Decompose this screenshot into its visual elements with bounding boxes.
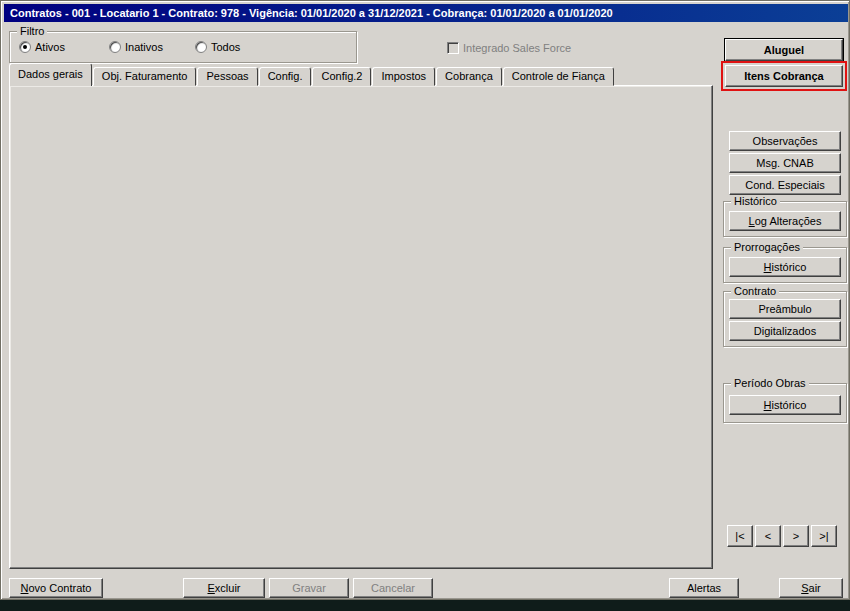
screen: Contratos - 001 - Locatario 1 - Contrato… [0, 0, 850, 611]
nav-prev-button[interactable]: < [755, 525, 781, 547]
tab-pessoas[interactable]: Pessoas [197, 67, 257, 86]
excluir-button[interactable]: Excluir [183, 578, 265, 598]
log-alteracoes-button[interactable]: Log Alterações [729, 211, 841, 231]
window-title: Contratos - 001 - Locatario 1 - Contrato… [10, 7, 613, 19]
alertas-button[interactable]: Alertas [669, 578, 739, 598]
nav-next-button[interactable]: > [783, 525, 809, 547]
gravar-button: Gravar [269, 578, 349, 598]
tab-config[interactable]: Config. [259, 67, 312, 86]
filter-group-legend: Filtro [17, 25, 47, 38]
tab-impostos[interactable]: Impostos [372, 67, 435, 86]
digitalizados-button[interactable]: Digitalizados [729, 321, 841, 341]
observacoes-button[interactable]: Observações [729, 131, 841, 151]
contratos-window: Contratos - 001 - Locatario 1 - Contrato… [0, 0, 850, 600]
tab-bar: Dados gerais Obj. Faturamento Pessoas Co… [9, 63, 615, 86]
radio-ativos[interactable] [19, 41, 31, 53]
novo-contrato-button[interactable]: Novo Contrato [9, 578, 103, 598]
itens-cobranca-button[interactable]: Itens Cobrança [725, 65, 843, 87]
obras-historico-button[interactable]: Histórico [729, 395, 841, 415]
tab-obj-faturamento[interactable]: Obj. Faturamento [93, 67, 197, 86]
historico-group-legend: Histórico [731, 195, 780, 208]
cancelar-button: Cancelar [353, 578, 433, 598]
msg-cnab-button[interactable]: Msg. CNAB [729, 153, 841, 173]
aluguel-button[interactable]: Aluguel [725, 39, 843, 61]
tab-cobranca[interactable]: Cobrança [436, 67, 502, 86]
sales-force-checkbox [447, 42, 459, 54]
tab-config2[interactable]: Config.2 [312, 67, 371, 86]
radio-inativos-label: Inativos [125, 41, 163, 54]
radio-ativos-label: Ativos [35, 41, 65, 54]
nav-first-button[interactable]: |< [727, 525, 753, 547]
sales-force-label: Integrado Sales Force [463, 42, 571, 55]
sair-button[interactable]: Sair [779, 578, 843, 598]
periodo-obras-legend: Período Obras [731, 377, 809, 390]
contrato-group-legend: Contrato [731, 285, 779, 298]
cond-especiais-button[interactable]: Cond. Especiais [729, 175, 841, 195]
tab-dados-gerais[interactable]: Dados gerais [9, 63, 92, 86]
radio-todos[interactable] [195, 41, 207, 53]
prorrogacoes-historico-button[interactable]: Histórico [729, 257, 841, 277]
radio-inativos[interactable] [109, 41, 121, 53]
prorrogacoes-group-legend: Prorrogações [731, 241, 803, 254]
preambulo-button[interactable]: Preâmbulo [729, 299, 841, 319]
dados-gerais-panel [9, 85, 713, 569]
desktop-strip [0, 600, 850, 611]
titlebar: Contratos - 001 - Locatario 1 - Contrato… [4, 4, 848, 22]
radio-todos-label: Todos [211, 41, 240, 54]
nav-last-button[interactable]: >| [811, 525, 837, 547]
tab-controle-fianca[interactable]: Controle de Fiança [503, 67, 614, 86]
